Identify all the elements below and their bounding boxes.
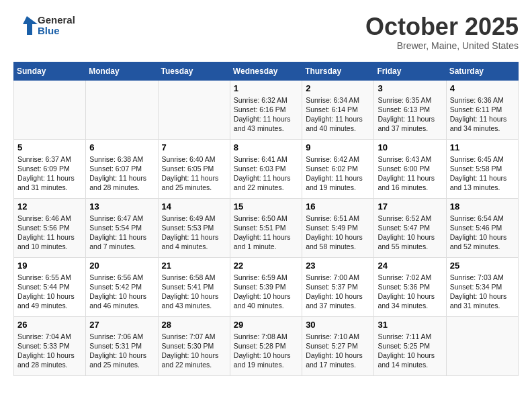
day-number: 9 [306,142,370,152]
day-info: Sunrise: 6:35 AMSunset: 6:13 PMDaylight:… [378,95,442,134]
calendar-cell: 20Sunrise: 6:56 AMSunset: 5:42 PMDayligh… [86,257,158,316]
day-info: Sunrise: 6:54 AMSunset: 5:46 PMDaylight:… [450,214,515,252]
week-row-2: 5Sunrise: 6:37 AMSunset: 6:09 PMDaylight… [14,139,519,198]
calendar-cell: 28Sunrise: 7:07 AMSunset: 5:30 PMDayligh… [158,316,230,375]
day-number: 13 [89,201,154,212]
weekday-header-wednesday: Wednesday [230,62,302,80]
logo-container: General Blue [13,13,75,38]
calendar-cell: 17Sunrise: 6:52 AMSunset: 5:47 PMDayligh… [374,198,446,257]
weekday-header-friday: Friday [374,62,446,80]
day-number: 19 [17,261,82,271]
weekday-header-monday: Monday [86,62,158,80]
calendar-cell: 2Sunrise: 6:34 AMSunset: 6:14 PMDaylight… [302,80,374,139]
day-info: Sunrise: 6:34 AMSunset: 6:14 PMDaylight:… [306,95,370,134]
weekday-header-saturday: Saturday [446,62,518,80]
day-number: 18 [450,201,515,212]
calendar-cell: 3Sunrise: 6:35 AMSunset: 6:13 PMDaylight… [374,80,446,139]
logo-words: General Blue [38,15,75,37]
day-number: 29 [234,320,298,330]
calendar-cell: 4Sunrise: 6:36 AMSunset: 6:11 PMDaylight… [446,80,518,139]
day-info: Sunrise: 6:52 AMSunset: 5:47 PMDaylight:… [378,214,442,252]
calendar-cell: 7Sunrise: 6:40 AMSunset: 6:05 PMDaylight… [158,139,230,198]
day-number: 2 [306,83,370,93]
day-number: 14 [162,201,226,212]
week-row-3: 12Sunrise: 6:46 AMSunset: 5:56 PMDayligh… [14,198,519,257]
calendar-cell: 15Sunrise: 6:50 AMSunset: 5:51 PMDayligh… [230,198,302,257]
day-number: 7 [162,142,226,152]
logo-blue: Blue [38,26,75,37]
day-info: Sunrise: 7:08 AMSunset: 5:28 PMDaylight:… [234,332,298,370]
calendar-table: SundayMondayTuesdayWednesdayThursdayFrid… [13,62,519,376]
calendar-cell: 16Sunrise: 6:51 AMSunset: 5:49 PMDayligh… [302,198,374,257]
day-info: Sunrise: 6:37 AMSunset: 6:09 PMDaylight:… [17,154,82,193]
day-info: Sunrise: 6:43 AMSunset: 6:00 PMDaylight:… [378,154,442,193]
day-info: Sunrise: 6:41 AMSunset: 6:03 PMDaylight:… [234,154,298,193]
calendar-cell: 29Sunrise: 7:08 AMSunset: 5:28 PMDayligh… [230,316,302,375]
calendar-cell: 18Sunrise: 6:54 AMSunset: 5:46 PMDayligh… [446,198,518,257]
location: Brewer, Maine, United States [365,40,519,51]
day-number: 17 [378,201,442,212]
calendar-cell: 19Sunrise: 6:55 AMSunset: 5:44 PMDayligh… [14,257,86,316]
weekday-header-row: SundayMondayTuesdayWednesdayThursdayFrid… [14,62,519,80]
weekday-header-sunday: Sunday [14,62,86,80]
day-number: 22 [234,261,298,271]
calendar-cell [158,80,230,139]
calendar-cell [446,316,518,375]
calendar-cell: 24Sunrise: 7:02 AMSunset: 5:36 PMDayligh… [374,257,446,316]
week-row-4: 19Sunrise: 6:55 AMSunset: 5:44 PMDayligh… [14,257,519,316]
day-number: 28 [162,320,226,330]
calendar-cell: 23Sunrise: 7:00 AMSunset: 5:37 PMDayligh… [302,257,374,316]
calendar-cell: 30Sunrise: 7:10 AMSunset: 5:27 PMDayligh… [302,316,374,375]
calendar-cell: 21Sunrise: 6:58 AMSunset: 5:41 PMDayligh… [158,257,230,316]
day-number: 5 [17,142,82,152]
day-number: 16 [306,201,370,212]
calendar-cell [86,80,158,139]
calendar-cell: 26Sunrise: 7:04 AMSunset: 5:33 PMDayligh… [14,316,86,375]
day-number: 1 [234,83,298,93]
weekday-header-thursday: Thursday [302,62,374,80]
day-number: 30 [306,320,370,330]
day-number: 20 [89,261,154,271]
day-info: Sunrise: 6:36 AMSunset: 6:11 PMDaylight:… [450,95,515,134]
calendar-cell: 10Sunrise: 6:43 AMSunset: 6:00 PMDayligh… [374,139,446,198]
logo-general: General [38,15,75,26]
day-number: 27 [89,320,154,330]
calendar-cell: 25Sunrise: 7:03 AMSunset: 5:34 PMDayligh… [446,257,518,316]
day-number: 3 [378,83,442,93]
week-row-1: 1Sunrise: 6:32 AMSunset: 6:16 PMDaylight… [14,80,519,139]
day-info: Sunrise: 7:10 AMSunset: 5:27 PMDaylight:… [306,332,370,370]
day-number: 26 [17,320,82,330]
day-number: 8 [234,142,298,152]
day-info: Sunrise: 7:00 AMSunset: 5:37 PMDaylight:… [306,273,370,311]
calendar-cell: 8Sunrise: 6:41 AMSunset: 6:03 PMDaylight… [230,139,302,198]
page-header: General Blue October 2025 Brewer, Maine,… [13,13,519,51]
day-info: Sunrise: 7:03 AMSunset: 5:34 PMDaylight:… [450,273,515,311]
day-info: Sunrise: 6:32 AMSunset: 6:16 PMDaylight:… [234,95,298,134]
calendar-cell: 1Sunrise: 6:32 AMSunset: 6:16 PMDaylight… [230,80,302,139]
day-number: 4 [450,83,515,93]
calendar-cell: 9Sunrise: 6:42 AMSunset: 6:02 PMDaylight… [302,139,374,198]
day-info: Sunrise: 6:55 AMSunset: 5:44 PMDaylight:… [17,273,82,311]
day-info: Sunrise: 6:58 AMSunset: 5:41 PMDaylight:… [162,273,226,311]
day-info: Sunrise: 7:02 AMSunset: 5:36 PMDaylight:… [378,273,442,311]
calendar-cell: 6Sunrise: 6:38 AMSunset: 6:07 PMDaylight… [86,139,158,198]
day-number: 25 [450,261,515,271]
day-number: 24 [378,261,442,271]
day-number: 6 [89,142,154,152]
day-info: Sunrise: 6:56 AMSunset: 5:42 PMDaylight:… [89,273,154,311]
day-info: Sunrise: 6:59 AMSunset: 5:39 PMDaylight:… [234,273,298,311]
day-number: 11 [450,142,515,152]
calendar-cell [14,80,86,139]
calendar-cell: 22Sunrise: 6:59 AMSunset: 5:39 PMDayligh… [230,257,302,316]
day-info: Sunrise: 7:06 AMSunset: 5:31 PMDaylight:… [89,332,154,370]
day-number: 15 [234,201,298,212]
day-number: 12 [17,201,82,212]
calendar-cell: 11Sunrise: 6:45 AMSunset: 5:58 PMDayligh… [446,139,518,198]
calendar-cell: 14Sunrise: 6:49 AMSunset: 5:53 PMDayligh… [158,198,230,257]
day-info: Sunrise: 6:47 AMSunset: 5:54 PMDaylight:… [89,214,154,252]
day-info: Sunrise: 6:46 AMSunset: 5:56 PMDaylight:… [17,214,82,252]
day-info: Sunrise: 6:45 AMSunset: 5:58 PMDaylight:… [450,154,515,193]
calendar-cell: 12Sunrise: 6:46 AMSunset: 5:56 PMDayligh… [14,198,86,257]
day-number: 23 [306,261,370,271]
day-info: Sunrise: 7:07 AMSunset: 5:30 PMDaylight:… [162,332,226,370]
